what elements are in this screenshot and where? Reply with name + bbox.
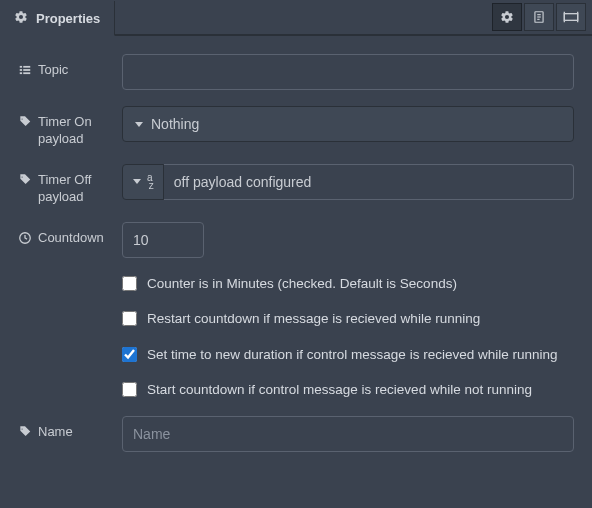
svg-rect-11: [20, 72, 22, 74]
label-timer-off: Timer Off payload: [18, 164, 122, 206]
label-topic: Topic: [18, 54, 122, 79]
tab-title: Properties: [36, 11, 100, 26]
tab-action-icons: [492, 0, 592, 35]
label-timer-on: Timer On payload: [18, 106, 122, 148]
checkbox-settime-label: Set time to new duration if control mess…: [147, 345, 557, 365]
chevron-down-icon: [135, 122, 143, 127]
svg-rect-7: [20, 66, 22, 68]
tag-icon: [18, 425, 32, 439]
svg-rect-4: [564, 14, 577, 21]
string-type-icon: a z: [147, 174, 153, 190]
topic-input[interactable]: [122, 54, 574, 90]
checkbox-minutes-label: Counter is in Minutes (checked. Default …: [147, 274, 457, 294]
gear-icon: [14, 10, 28, 27]
checkbox-minutes[interactable]: [122, 276, 137, 291]
tag-icon: [18, 115, 32, 129]
checkbox-startif[interactable]: [122, 382, 137, 397]
svg-rect-10: [23, 69, 30, 71]
list-icon: [18, 63, 32, 77]
chevron-down-icon: [133, 179, 141, 184]
svg-rect-12: [23, 72, 30, 74]
settings-icon-button[interactable]: [492, 3, 522, 31]
timer-on-dropdown[interactable]: Nothing: [122, 106, 574, 142]
tab-bar: Properties: [0, 0, 592, 36]
layout-icon-button[interactable]: [556, 3, 586, 31]
checkbox-restart[interactable]: [122, 311, 137, 326]
checkbox-settime[interactable]: [122, 347, 137, 362]
tag-icon: [18, 173, 32, 187]
document-icon-button[interactable]: [524, 3, 554, 31]
svg-rect-9: [20, 69, 22, 71]
timer-off-type-button[interactable]: a z: [122, 164, 164, 200]
label-countdown: Countdown: [18, 222, 122, 247]
form-body: Topic Timer On payload Nothing Timer Off: [0, 36, 592, 486]
checkbox-restart-label: Restart countdown if message is recieved…: [147, 309, 480, 329]
timer-off-input[interactable]: [164, 164, 574, 200]
name-input[interactable]: [122, 416, 574, 452]
svg-rect-8: [23, 66, 30, 68]
label-name: Name: [18, 416, 122, 441]
tab-properties[interactable]: Properties: [0, 1, 115, 36]
properties-panel: Properties Topic: [0, 0, 592, 508]
checkbox-startif-label: Start countdown if control message is re…: [147, 380, 532, 400]
countdown-input[interactable]: [122, 222, 204, 258]
clock-icon: [18, 231, 32, 245]
